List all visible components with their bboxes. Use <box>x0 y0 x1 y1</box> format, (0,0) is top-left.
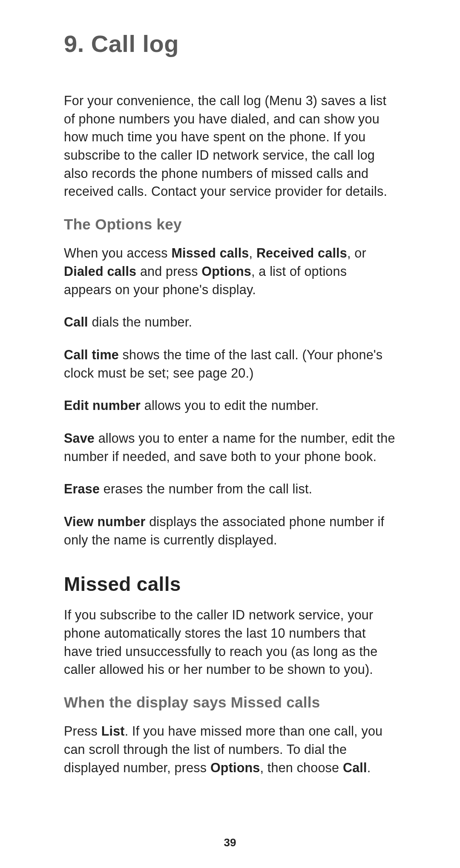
text: allows you to enter a name for the numbe… <box>64 431 395 464</box>
bold-edit-number: Edit number <box>64 398 141 413</box>
bold-options-key: Options <box>210 760 260 775</box>
option-erase: Erase erases the number from the call li… <box>64 480 396 498</box>
missed-calls-heading: Missed calls <box>64 573 396 596</box>
bold-call-option: Call <box>343 760 367 775</box>
missed-calls-subheading: When the display says Missed calls <box>64 694 396 711</box>
option-call: Call dials the number. <box>64 313 396 331</box>
bold-call: Call <box>64 315 88 329</box>
bold-call-time: Call time <box>64 347 119 362</box>
bold-dialed-calls: Dialed calls <box>64 264 136 278</box>
bold-received-calls: Received calls <box>256 246 347 260</box>
missed-calls-press-list: Press List. If you have missed more than… <box>64 722 396 776</box>
chapter-title: 9. Call log <box>64 30 396 57</box>
bold-missed-calls: Missed calls <box>171 246 249 260</box>
bold-options: Options <box>201 264 251 278</box>
manual-page: 9. Call log For your convenience, the ca… <box>0 0 460 868</box>
option-view-number: View number displays the associated phon… <box>64 513 396 549</box>
text: erases the number from the call list. <box>100 481 312 496</box>
bold-list-key: List <box>101 724 125 738</box>
missed-calls-intro: If you subscribe to the caller ID networ… <box>64 606 396 679</box>
bold-erase: Erase <box>64 481 100 496</box>
bold-view-number: View number <box>64 514 145 529</box>
text: , or <box>347 246 366 260</box>
text: dials the number. <box>88 315 192 329</box>
option-call-time: Call time shows the time of the last cal… <box>64 346 396 382</box>
options-key-heading: The Options key <box>64 216 396 233</box>
text: , then choose <box>260 760 342 775</box>
text: . <box>367 760 371 775</box>
bold-save: Save <box>64 431 95 445</box>
text: When you access <box>64 246 171 260</box>
text: Press <box>64 724 101 738</box>
options-key-intro: When you access Missed calls, Received c… <box>64 244 396 298</box>
text: and press <box>136 264 201 278</box>
option-save: Save allows you to enter a name for the … <box>64 429 396 465</box>
text: , <box>249 246 256 260</box>
page-number: 39 <box>0 836 460 849</box>
option-edit-number: Edit number allows you to edit the numbe… <box>64 396 396 415</box>
text: allows you to edit the number. <box>141 398 319 413</box>
intro-paragraph: For your convenience, the call log (Menu… <box>64 92 396 201</box>
